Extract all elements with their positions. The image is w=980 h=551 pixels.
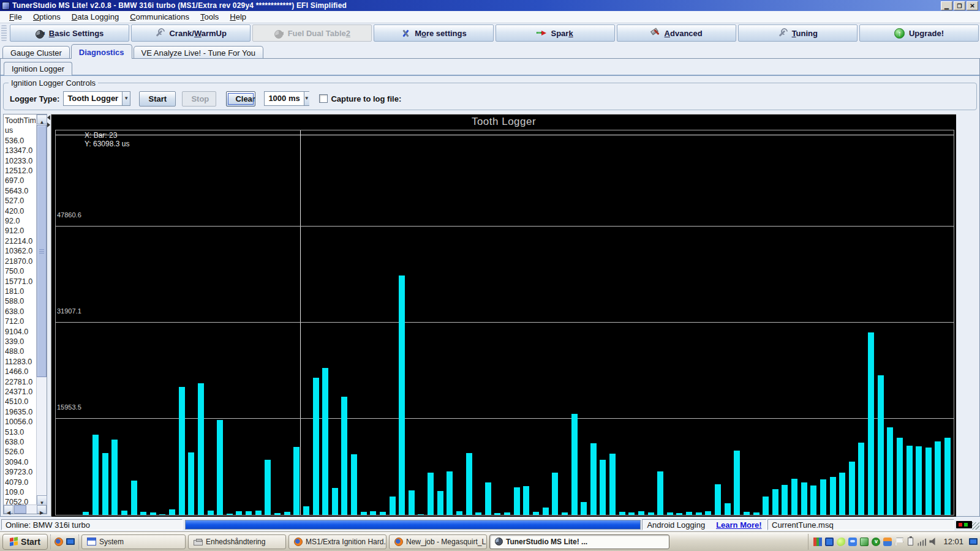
firefox-icon[interactable] xyxy=(55,538,63,546)
tooth-value-row[interactable]: 3094.0 xyxy=(5,457,36,467)
learn-more-link[interactable]: Learn More! xyxy=(716,520,761,529)
chevron-down-icon[interactable]: ▼ xyxy=(304,92,309,105)
menu-item-data-logging[interactable]: Data Logging xyxy=(66,12,124,22)
resize-grip[interactable] xyxy=(972,522,979,530)
chevron-down-icon[interactable]: ▼ xyxy=(122,92,130,105)
horizontal-scrollbar-thumb[interactable] xyxy=(14,505,26,514)
tooth-value-row[interactable]: 638.0 xyxy=(5,437,36,447)
tooth-value-row[interactable]: 21870.0 xyxy=(5,257,36,266)
splitter-collapse-icon[interactable] xyxy=(47,115,50,120)
tuning-button[interactable]: Tuning xyxy=(738,24,858,42)
tooth-value-row[interactable]: 750.0 xyxy=(5,266,36,276)
title-bar[interactable]: TunerStudio MS Lite! v2.0.8 - BMW 316i t… xyxy=(0,0,980,11)
chat-tray-icon[interactable] xyxy=(848,538,857,546)
colors-tray-icon[interactable] xyxy=(813,538,822,546)
scroll-down-icon[interactable] xyxy=(37,495,47,505)
tooth-value-row[interactable]: 526.0 xyxy=(5,447,36,457)
desktop-icon[interactable] xyxy=(66,538,75,545)
plot-area[interactable]: X: Bar: 23 Y: 63098.3 us 15953.531907.14… xyxy=(55,130,954,515)
battery-tray-icon[interactable] xyxy=(908,538,913,545)
tab-ve-analyze-live-tune-for-you[interactable]: VE Analyze Live! - Tune For You xyxy=(134,46,263,59)
scroll-up-icon[interactable] xyxy=(37,114,47,124)
menu-item-file[interactable]: File xyxy=(4,12,28,22)
stop-button[interactable]: Stop xyxy=(182,91,216,107)
start-button[interactable]: Start xyxy=(139,91,176,107)
speaker-tray-icon[interactable] xyxy=(929,538,938,546)
tooth-value-row[interactable]: 420.0 xyxy=(5,206,36,216)
cube-green-tray-icon[interactable] xyxy=(860,538,869,546)
menu-item-communications[interactable]: Communications xyxy=(124,12,195,22)
taskbar-task-2[interactable]: Enhedshåndtering xyxy=(188,534,286,549)
close-icon[interactable] xyxy=(967,1,978,10)
clear-button[interactable]: Clear xyxy=(226,91,255,107)
tooth-value-row[interactable]: 339.0 xyxy=(5,337,36,347)
tooth-value-row[interactable]: 513.0 xyxy=(5,427,36,437)
flag-tray-icon[interactable] xyxy=(895,538,903,546)
tooth-value-row[interactable]: 5643.0 xyxy=(5,186,36,196)
tooth-value-row[interactable]: 712.0 xyxy=(5,317,36,326)
tooth-value-row[interactable]: 912.0 xyxy=(5,226,36,236)
tooth-value-row[interactable]: 1466.0 xyxy=(5,367,36,377)
person-tray-icon[interactable] xyxy=(883,538,892,546)
signal-tray-icon[interactable] xyxy=(918,538,926,546)
advanced-button[interactable]: Advanced xyxy=(617,24,736,42)
vertical-scrollbar-thumb[interactable] xyxy=(37,125,47,377)
basic-settings-button[interactable]: Basic Settings xyxy=(10,24,129,42)
taskbar-task-4[interactable]: New_job - Megasquirt_L... xyxy=(389,534,487,549)
tooth-value-row[interactable]: 9104.0 xyxy=(5,327,36,337)
tab-gauge-cluster[interactable]: Gauge Cluster xyxy=(2,46,70,59)
tooth-value-row[interactable]: 10362.0 xyxy=(5,246,36,256)
fuel-dual-table2-button[interactable]: Fuel Dual Table2 xyxy=(252,24,372,42)
tooth-value-row[interactable]: 588.0 xyxy=(5,296,36,306)
menu-item-help[interactable]: Help xyxy=(224,12,252,22)
menu-item-options[interactable]: Options xyxy=(28,12,66,22)
spark-button[interactable]: Spark xyxy=(496,24,615,42)
tooth-value-row[interactable]: ToothTim xyxy=(5,116,36,126)
start-button-taskbar[interactable]: Start xyxy=(2,534,48,550)
tooth-value-row[interactable]: us xyxy=(5,126,36,135)
tooth-value-row[interactable]: 488.0 xyxy=(5,347,36,356)
menu-item-tools[interactable]: Tools xyxy=(195,12,224,22)
lime-tray-icon[interactable] xyxy=(837,538,845,546)
interval-select[interactable]: 1000 ms ▼ xyxy=(264,91,309,106)
tooth-value-row[interactable]: 181.0 xyxy=(5,287,36,296)
more-settings-button[interactable]: More settings xyxy=(374,24,493,42)
monitor-blue-tray-icon[interactable] xyxy=(825,538,834,546)
taskbar-task-3[interactable]: MS1/Extra Ignition Hard... xyxy=(288,534,386,549)
tooth-value-row[interactable]: 109.0 xyxy=(5,487,36,497)
toolbar-grip[interactable] xyxy=(1,25,7,41)
taskbar-task-1[interactable]: System xyxy=(81,534,186,549)
tooth-value-row[interactable]: 10233.0 xyxy=(5,156,36,166)
tooth-value-row[interactable]: 10056.0 xyxy=(5,417,36,427)
capture-checkbox[interactable] xyxy=(319,94,328,103)
tooth-value-row[interactable]: 22781.0 xyxy=(5,377,36,387)
tab-ignition-logger[interactable]: Ignition Logger xyxy=(4,62,72,75)
tooth-value-row[interactable]: 638.0 xyxy=(5,307,36,317)
sidebar-horizontal-scrollbar[interactable] xyxy=(4,504,47,514)
tooth-value-row[interactable]: 21214.0 xyxy=(5,236,36,246)
tooth-value-row[interactable]: 4079.0 xyxy=(5,478,36,487)
logger-type-select[interactable]: Tooth Logger ▼ xyxy=(63,91,130,106)
upgrade--button[interactable]: Upgrade! xyxy=(859,24,979,42)
vuze-tray-icon[interactable] xyxy=(872,538,880,546)
tooth-value-row[interactable]: 24371.0 xyxy=(5,387,36,397)
maximize-icon[interactable] xyxy=(954,1,965,10)
splitter-expand-icon[interactable] xyxy=(47,122,50,127)
tooth-value-row[interactable]: 15771.0 xyxy=(5,277,36,287)
tooth-value-row[interactable]: 11283.0 xyxy=(5,357,36,367)
tooth-value-row[interactable]: 536.0 xyxy=(5,136,36,146)
tooth-value-row[interactable]: 527.0 xyxy=(5,196,36,206)
tooth-value-row[interactable]: 92.0 xyxy=(5,216,36,226)
crank-warmup-button[interactable]: Crank/WarmUp xyxy=(131,24,251,42)
tab-diagnostics[interactable]: Diagnostics xyxy=(71,44,132,59)
scroll-right-icon[interactable] xyxy=(37,505,47,514)
minimize-icon[interactable] xyxy=(941,1,952,10)
scroll-left-icon[interactable] xyxy=(4,505,13,514)
tooth-value-row[interactable]: 4510.0 xyxy=(5,397,36,407)
tooth-value-row[interactable]: 19635.0 xyxy=(5,407,36,417)
tooth-value-row[interactable]: 12512.0 xyxy=(5,166,36,176)
tooth-value-row[interactable]: 13347.0 xyxy=(5,146,36,156)
tooth-value-list[interactable]: ToothTimus536.013347.010233.012512.0697.… xyxy=(5,116,36,505)
sidebar-vertical-scrollbar[interactable] xyxy=(36,114,47,505)
taskbar-task-5[interactable]: TunerStudio MS Lite! ... xyxy=(489,534,669,549)
